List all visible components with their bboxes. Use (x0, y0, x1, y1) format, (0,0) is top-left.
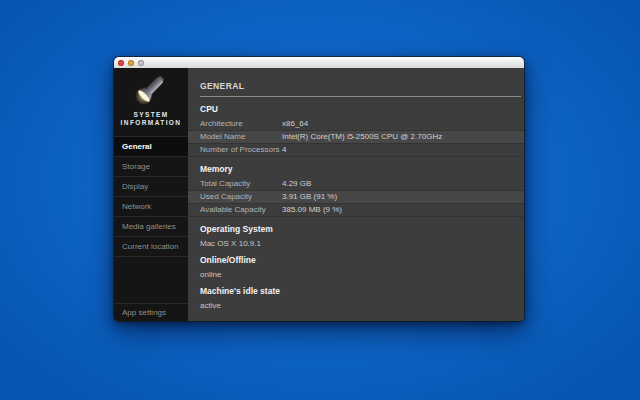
table-row: Used Capacity3.91 GB (91 %) (188, 191, 524, 204)
zoom-button[interactable] (138, 60, 144, 66)
section-table: Architecturex86_64Model NameIntel(R) Cor… (188, 118, 524, 157)
sidebar-item-general[interactable]: General (114, 137, 188, 157)
section-title: Operating System (200, 225, 524, 234)
row-value: 4 (282, 144, 286, 156)
table-row: Model NameIntel(R) Core(TM) i5-2500S CPU… (188, 131, 524, 144)
app-title-line2: INFORMATION (114, 119, 188, 127)
sidebar-item-display[interactable]: Display (114, 177, 188, 197)
app-title: SYSTEM INFORMATION (114, 111, 188, 127)
desktop-background: SYSTEM INFORMATION GeneralStorageDisplay… (0, 0, 640, 400)
sections-container: CPUArchitecturex86_64Model NameIntel(R) … (188, 105, 524, 310)
sidebar-item-media-galleries[interactable]: Media galleries (114, 217, 188, 237)
row-label: Model Name (200, 131, 282, 143)
row-label: Architecture (200, 118, 282, 130)
row-value: 4.29 GB (282, 178, 311, 190)
sidebar-item-app-settings[interactable]: App settings (114, 303, 188, 321)
row-label: Available Capacity (200, 204, 282, 216)
system-information-window: SYSTEM INFORMATION GeneralStorageDisplay… (114, 57, 524, 321)
section-value: Mac OS X 10.9.1 (200, 239, 524, 248)
row-label: Used Capacity (200, 191, 282, 203)
section-value: online (200, 270, 524, 279)
sidebar-item-current-location[interactable]: Current location (114, 237, 188, 257)
sidebar: SYSTEM INFORMATION GeneralStorageDisplay… (114, 68, 188, 321)
sidebar-item-network[interactable]: Network (114, 197, 188, 217)
window-titlebar[interactable] (114, 57, 524, 68)
flashlight-icon (133, 70, 169, 110)
sidebar-item-storage[interactable]: Storage (114, 157, 188, 177)
app-title-line1: SYSTEM (114, 111, 188, 119)
table-row: Number of Processors4 (188, 144, 524, 157)
row-value: 3.91 GB (91 %) (282, 191, 337, 203)
app-brand: SYSTEM INFORMATION (114, 68, 188, 136)
table-row: Available Capacity385.09 MB (9 %) (188, 204, 524, 217)
section-title: Machine's idle state (200, 287, 524, 296)
sidebar-nav: GeneralStorageDisplayNetworkMedia galler… (114, 136, 188, 257)
section-title: Memory (200, 165, 524, 174)
row-value: 385.09 MB (9 %) (282, 204, 342, 216)
row-value: Intel(R) Core(TM) i5-2500S CPU @ 2.70GHz (282, 131, 442, 143)
table-row: Architecturex86_64 (188, 118, 524, 131)
section-table: Total Capacity4.29 GBUsed Capacity3.91 G… (188, 178, 524, 217)
section-value: active (200, 301, 524, 310)
section-title: CPU (200, 105, 524, 114)
minimize-button[interactable] (128, 60, 134, 66)
row-label: Number of Processors (200, 144, 282, 156)
window-content: SYSTEM INFORMATION GeneralStorageDisplay… (114, 68, 524, 321)
row-value: x86_64 (282, 118, 308, 130)
section-title: Online/Offline (200, 256, 524, 265)
page-title: GENERAL (200, 82, 524, 91)
page-title-divider (200, 96, 521, 97)
row-label: Total Capacity (200, 178, 282, 190)
main-panel: GENERAL CPUArchitecturex86_64Model NameI… (188, 68, 524, 321)
table-row: Total Capacity4.29 GB (188, 178, 524, 191)
close-button[interactable] (118, 60, 124, 66)
